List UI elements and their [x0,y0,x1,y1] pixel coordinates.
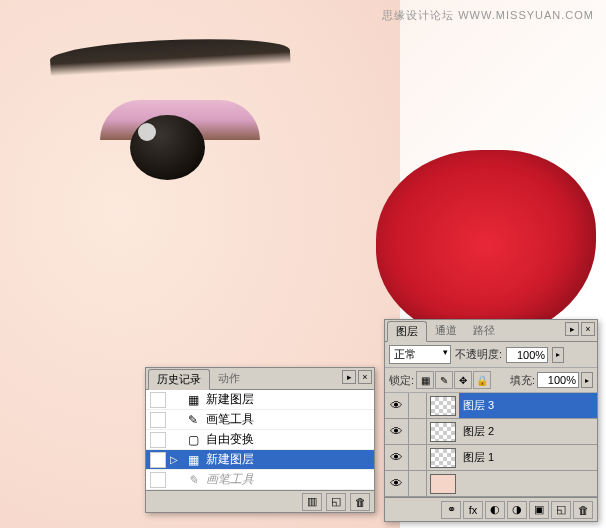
new-layer-icon[interactable]: ◱ [551,501,571,519]
iris [130,115,205,180]
layers-panel: 图层 通道 路径 ▸ × 正常 不透明度: 100% ▸ 锁定: ▦ ✎ ✥ 🔒… [384,319,598,522]
opacity-label: 不透明度: [455,347,502,362]
layer-name[interactable]: 图层 1 [459,445,597,470]
snapshot-icon[interactable]: ▥ [302,493,322,511]
layer-thumbnail[interactable] [430,474,456,494]
layer-mask-icon[interactable]: ◐ [485,501,505,519]
trash-icon[interactable]: 🗑 [573,501,593,519]
panel-close-icon[interactable]: × [358,370,372,384]
visibility-eye-icon[interactable]: 👁 [385,471,409,497]
layer-item[interactable]: 👁 图层 3 [385,393,597,419]
history-item[interactable]: ✎ 画笔工具 [146,410,374,430]
link-column[interactable] [409,419,427,445]
link-column[interactable] [409,445,427,471]
layers-tabs: 图层 通道 路径 ▸ × [385,320,597,342]
tab-layers[interactable]: 图层 [387,321,427,342]
history-current-marker: ▷ [170,454,182,465]
opacity-flyout-icon[interactable]: ▸ [552,347,564,363]
history-item[interactable]: ✎ 画笔工具 [146,470,374,490]
history-checkbox[interactable] [150,392,166,408]
new-snapshot-icon[interactable]: ◱ [326,493,346,511]
panel-close-icon[interactable]: × [581,322,595,336]
history-item[interactable]: ▦ 新建图层 [146,390,374,410]
fill-label: 填充: [510,373,535,388]
layers-list: 👁 图层 3 👁 图层 2 👁 图层 1 👁 [385,393,597,497]
layer-thumbnail[interactable] [430,422,456,442]
layer-group-icon[interactable]: ▣ [529,501,549,519]
tab-channels[interactable]: 通道 [427,321,465,340]
link-column[interactable] [409,471,427,497]
lock-transparency-icon[interactable]: ▦ [416,371,434,389]
transform-icon: ▢ [184,432,202,448]
link-layers-icon[interactable]: ⚭ [441,501,461,519]
new-layer-icon: ▦ [184,392,202,408]
blend-opacity-row: 正常 不透明度: 100% ▸ [385,342,597,368]
history-label: 自由变换 [206,431,254,448]
blend-mode-dropdown[interactable]: 正常 [389,345,451,364]
layer-name[interactable]: 图层 3 [459,393,597,418]
visibility-eye-icon[interactable]: 👁 [385,445,409,471]
link-column[interactable] [409,393,427,419]
history-item[interactable]: ▷ ▦ 新建图层 [146,450,374,470]
layer-item[interactable]: 👁 图层 1 [385,445,597,471]
lock-fill-row: 锁定: ▦ ✎ ✥ 🔒 填充: 100% ▸ [385,368,597,393]
brush-icon: ✎ [184,412,202,428]
opacity-input[interactable]: 100% [506,347,548,363]
fill-flyout-icon[interactable]: ▸ [581,372,593,388]
makeup-brush [376,150,596,340]
history-item[interactable]: ▢ 自由变换 [146,430,374,450]
tab-history[interactable]: 历史记录 [148,369,210,390]
panel-menu-icon[interactable]: ▸ [342,370,356,384]
eye [100,100,260,170]
history-checkbox[interactable] [150,432,166,448]
lock-position-icon[interactable]: ✥ [454,371,472,389]
history-list: ▦ 新建图层 ✎ 画笔工具 ▢ 自由变换 ▷ ▦ 新建图层 ✎ 画笔工具 [146,390,374,490]
layer-name[interactable] [459,471,597,496]
trash-icon[interactable]: 🗑 [350,493,370,511]
history-label: 画笔工具 [206,471,254,488]
layer-name[interactable]: 图层 2 [459,419,597,444]
history-footer: ▥ ◱ 🗑 [146,490,374,512]
history-checkbox[interactable] [150,412,166,428]
history-label: 新建图层 [206,391,254,408]
history-panel: 历史记录 动作 ▸ × ▦ 新建图层 ✎ 画笔工具 ▢ 自由变换 ▷ ▦ [145,367,375,513]
history-tabs: 历史记录 动作 ▸ × [146,368,374,390]
layer-thumbnail[interactable] [430,396,456,416]
visibility-eye-icon[interactable]: 👁 [385,419,409,445]
history-label: 新建图层 [206,451,254,468]
panel-menu-icon[interactable]: ▸ [565,322,579,336]
lock-pixels-icon[interactable]: ✎ [435,371,453,389]
new-layer-icon: ▦ [184,452,202,468]
history-label: 画笔工具 [206,411,254,428]
layers-footer: ⚭ fx ◐ ◑ ▣ ◱ 🗑 [385,497,597,521]
adjustment-layer-icon[interactable]: ◑ [507,501,527,519]
lock-label: 锁定: [389,373,414,388]
tab-paths[interactable]: 路径 [465,321,503,340]
lock-all-icon[interactable]: 🔒 [473,371,491,389]
brush-icon: ✎ [184,472,202,488]
watermark-text: 思缘设计论坛 WWW.MISSYUAN.COM [382,8,594,23]
eye-highlight [138,123,156,141]
layer-style-icon[interactable]: fx [463,501,483,519]
tab-actions[interactable]: 动作 [210,369,248,388]
layer-item[interactable]: 👁 [385,471,597,497]
lock-buttons: ▦ ✎ ✥ 🔒 [416,371,491,389]
visibility-eye-icon[interactable]: 👁 [385,393,409,419]
history-checkbox[interactable] [150,472,166,488]
fill-input[interactable]: 100% [537,372,579,388]
layer-thumbnail[interactable] [430,448,456,468]
history-checkbox[interactable] [150,452,166,468]
layer-item[interactable]: 👁 图层 2 [385,419,597,445]
